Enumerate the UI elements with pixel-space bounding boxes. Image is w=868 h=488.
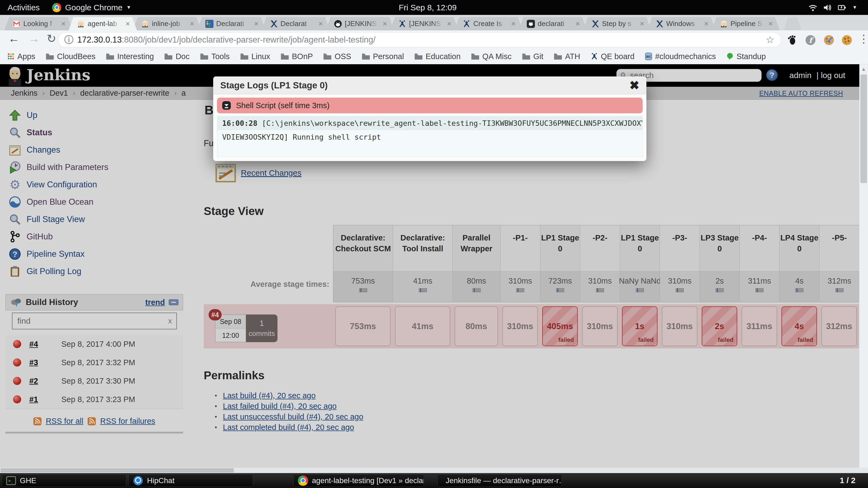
tab-pipeline[interactable]: Pipeline S × [712,17,780,30]
bookmark-qe-board[interactable]: QE board [590,52,634,61]
modal-close-icon[interactable]: ✖ [629,82,639,90]
folder-icon [522,53,531,60]
bookmark-label: QA Misc [482,52,512,61]
tab-declarative-github[interactable]: declarati × [519,17,587,30]
gmail-icon [12,20,21,28]
clock-label: Fri Sep 8, 12:09 [399,3,457,12]
url-path: :8080/job/dev1/job/declarative-parser-re… [122,35,376,45]
vertical-scrollbar[interactable]: ▲ [859,64,868,468]
cookie-extension-icon[interactable] [841,35,852,45]
gnome-foot-extension-icon[interactable] [786,35,798,45]
tab-title: Windows [666,20,702,28]
bookmark-personal[interactable]: Personal [362,52,404,61]
bookmark-cloudbees[interactable]: CloudBees [45,52,95,61]
tab-create-issue[interactable]: Create Is × [454,17,523,30]
app-menu[interactable]: Google Chrome ▼ [52,0,131,15]
tab-close-icon[interactable]: × [61,20,66,28]
svg-text:>_: >_ [8,479,13,483]
tab-close-icon[interactable]: × [254,20,258,28]
apps-grid-icon [7,53,14,60]
system-tray[interactable]: ▼ [808,0,857,15]
bookmark-ath[interactable]: ATH [554,52,580,61]
tab-agent-label-testing[interactable]: agent-lab × [69,17,137,30]
taskbar-window-vscode[interactable]: Jenkinsfile — declarative-parser-r… [437,474,562,487]
log-text: [C:\jenkins\workspace\rewrite_agent-labe… [262,119,642,127]
forward-button[interactable]: → [28,32,40,45]
bookmark-doc[interactable]: Doc [164,52,190,61]
horizontal-scrollbar[interactable] [0,468,859,473]
bookmark-linux[interactable]: Linux [240,52,270,61]
tab-title: Declarati [216,20,251,28]
tab-declarative-dashboard[interactable]: Declarati × [197,17,266,30]
taskbar-window-ghe[interactable]: >_ GHE [2,474,126,487]
back-button[interactable]: ← [8,32,20,45]
jenkins-icon [720,20,728,28]
log-text: VDIEW3OOSKYI2Q] Running shell script [222,133,381,141]
browser-toolbar: ← → ↻ ⓘ 172.30.0.13:8080/job/dev1/job/de… [0,30,868,49]
url-host: 172.30.0.13 [77,35,122,45]
tab-windows[interactable]: Windows × [647,17,716,30]
new-tab-button[interactable] [784,18,801,30]
chevron-down-icon: ▼ [126,5,131,10]
bookmark-apps[interactable]: Apps [7,52,35,61]
tab-jenkins-issue[interactable]: [JENKINS × [326,17,394,30]
bookmark-qa-misc[interactable]: QA Misc [471,52,512,61]
taskbar-window-hipchat[interactable]: HipChat [128,474,253,487]
tab-close-icon[interactable]: × [383,20,387,28]
bookmark-label: BOnP [292,52,313,61]
bookmark-oss[interactable]: OSS [323,52,351,61]
tab-close-icon[interactable]: × [447,20,452,28]
scrollbar-thumb[interactable] [1,468,234,473]
taskbar-window-label: agent-label-testing [Dev1 » declar… [312,476,424,485]
tab-close-icon[interactable]: × [318,20,323,28]
bookmark-interesting[interactable]: Interesting [106,52,154,61]
browser-menu-icon[interactable]: ⋮ [858,33,868,45]
battery-icon [838,3,847,12]
tab-close-icon[interactable]: × [126,20,130,28]
bookmark-bonp[interactable]: BOnP [280,52,313,61]
taskbar-window-chrome[interactable]: agent-label-testing [Dev1 » declar… [293,474,424,487]
folder-icon [471,53,479,60]
folder-icon [362,53,370,60]
bookmark-label: Education [426,52,461,61]
fedora-extension-icon[interactable]: f [805,35,816,45]
tab-close-icon[interactable]: × [704,20,709,28]
tab-declarative-x[interactable]: Declarat × [261,17,330,30]
tab-close-icon[interactable]: × [511,20,516,28]
bookmark-label: ATH [565,52,580,61]
bookmark-label: #cloudmechanics [655,52,716,61]
workspace-indicator[interactable]: 1 / 2 [840,476,856,485]
app-menu-label: Google Chrome [65,3,123,12]
tab-close-icon[interactable]: × [640,20,644,28]
jira-icon [463,20,471,28]
tab-looking[interactable]: Looking f × [4,17,73,30]
bookmark-tools[interactable]: Tools [200,52,230,61]
bookmark-label: Linux [251,52,270,61]
url-bar[interactable]: ⓘ 172.30.0.13:8080/job/dev1/job/declarat… [58,32,781,47]
shell-script-banner[interactable]: Shell Script (self time 3ms) [217,98,643,113]
tab-close-icon[interactable]: × [190,20,194,28]
tab-close-icon[interactable]: × [769,20,773,28]
modal-header: Stage Logs (LP1 Stage 0) ✖ [213,76,646,94]
modal-title: Stage Logs (LP1 Stage 0) [220,80,629,91]
tab-step-by-step[interactable]: Step by s × [583,17,651,30]
tab-jenkins-jira[interactable]: [JENKINS × [390,17,458,30]
log-line: VDIEW3OOSKYI2Q] Running shell script [217,130,642,144]
palette-extension-icon[interactable] [824,35,834,45]
bookmark-education[interactable]: Education [414,52,461,61]
bookmark-star-icon[interactable]: ☆ [766,34,774,45]
clock[interactable]: Fri Sep 8, 12:09 [399,0,457,15]
scrollbar-thumb[interactable] [860,74,867,183]
site-info-icon[interactable]: ⓘ [64,34,73,46]
reload-button[interactable]: ↻ [46,32,56,45]
bookmark-git[interactable]: Git [522,52,543,61]
tab-close-icon[interactable]: × [576,20,580,28]
bookmark-label: Tools [211,52,230,61]
activities-label: Activities [8,3,40,12]
bookmark-standup[interactable]: Standup [726,52,766,61]
bookmark-cloudmechanics[interactable]: IRC#cloudmechanics [645,52,716,61]
scroll-up-icon[interactable]: ▲ [859,64,868,72]
activities-button[interactable]: Activities [8,0,40,15]
jenkins-page: Jenkins ? admin | log out Jenkins › Dev1… [0,64,859,468]
tab-inline-job[interactable]: inline-job × [133,17,201,30]
